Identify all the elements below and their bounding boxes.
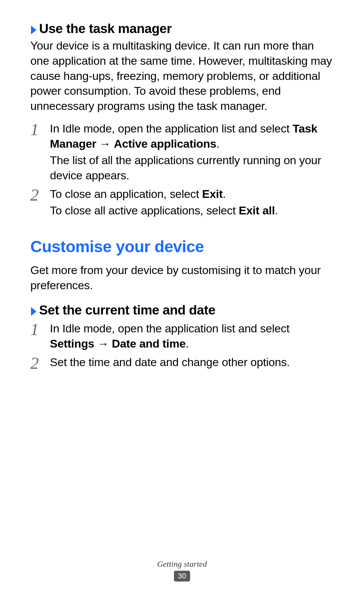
bold-text: Exit (202, 187, 223, 200)
bold-text: Active applications (114, 137, 216, 150)
footer-section-label: Getting started (0, 560, 364, 569)
page-footer: Getting started 30 (0, 560, 364, 581)
step-item: 1 In Idle mode, open the application lis… (30, 321, 334, 351)
step-extra-line: The list of all the applications current… (50, 153, 334, 183)
intro-paragraph: Your device is a multitasking device. It… (30, 38, 334, 114)
step-number: 1 (30, 321, 50, 338)
step-item: 2 To close an application, select Exit. … (30, 186, 334, 218)
step-body: To close an application, select Exit. To… (50, 186, 334, 218)
step-body: Set the time and date and change other o… (50, 355, 334, 370)
subsection-heading-row: Set the current time and date (30, 302, 334, 318)
chevron-right-icon (30, 306, 37, 317)
chevron-right-icon (30, 25, 37, 35)
step-number: 2 (30, 186, 50, 203)
step-item: 1 In Idle mode, open the application lis… (30, 121, 334, 183)
step-number: 1 (30, 121, 50, 138)
subsection-time-date: Set the current time and date 1 In Idle … (30, 302, 334, 371)
subsection-title: Use the task manager (39, 21, 172, 37)
arrow-text: → (94, 337, 112, 350)
subsection-task-manager: Use the task manager Your device is a mu… (30, 21, 334, 218)
steps-list: 1 In Idle mode, open the application lis… (30, 121, 334, 218)
text: . (275, 204, 278, 217)
section-intro: Get more from your device by customising… (30, 263, 334, 293)
step-extra-line: To close all active applications, select… (50, 203, 334, 218)
text: To close an application, select (50, 187, 202, 200)
bold-text: Exit all (239, 204, 275, 217)
subsection-title: Set the current time and date (39, 302, 215, 318)
page-number-badge: 30 (174, 571, 190, 581)
subsection-heading-row: Use the task manager (30, 21, 334, 37)
section-title: Customise your device (30, 237, 334, 256)
step-number: 2 (30, 355, 50, 371)
step-body: In Idle mode, open the application list … (50, 321, 334, 351)
step-body: In Idle mode, open the application list … (50, 121, 334, 183)
svg-marker-0 (31, 26, 36, 34)
step-item: 2 Set the time and date and change other… (30, 355, 334, 371)
bold-text: Settings (50, 337, 94, 350)
text: . (223, 187, 226, 200)
text: In Idle mode, open the application list … (50, 322, 290, 335)
svg-marker-1 (31, 307, 36, 316)
steps-list: 1 In Idle mode, open the application lis… (30, 321, 334, 371)
text: To close all active applications, select (50, 204, 239, 217)
bold-text: Date and time (112, 337, 186, 350)
text: . (186, 337, 189, 350)
text: In Idle mode, open the application list … (50, 122, 293, 135)
arrow-text: → (96, 137, 114, 150)
page: Use the task manager Your device is a mu… (0, 0, 364, 597)
text: . (216, 137, 219, 150)
